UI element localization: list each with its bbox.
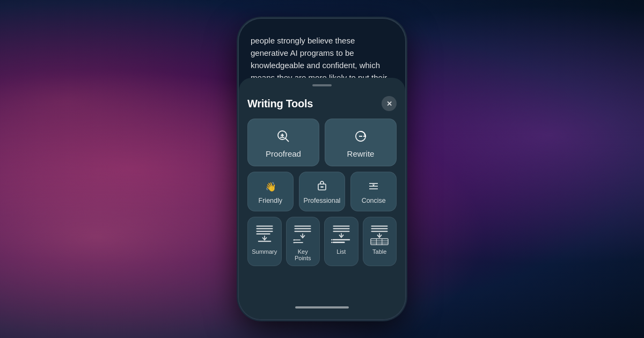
professional-icon xyxy=(316,180,328,193)
svg-text:👋: 👋 xyxy=(265,181,277,193)
background-text: people strongly believe these generative… xyxy=(251,34,393,84)
concise-icon xyxy=(367,180,380,193)
table-icon xyxy=(368,223,391,245)
tools-row-2: 👋 Friendly Professional xyxy=(247,172,397,211)
friendly-icon: 👋 xyxy=(264,180,277,193)
sheet-title: Writing Tools xyxy=(247,98,313,110)
svg-point-35 xyxy=(331,239,332,240)
proofread-button[interactable]: Proofread xyxy=(247,119,319,166)
rewrite-icon xyxy=(353,129,368,144)
home-indicator xyxy=(247,304,397,308)
summary-icon xyxy=(253,223,276,245)
list-button[interactable]: List xyxy=(324,217,358,266)
svg-rect-34 xyxy=(333,242,345,243)
concise-button[interactable]: Concise xyxy=(350,172,397,211)
list-label: List xyxy=(336,248,346,255)
key-points-icon xyxy=(291,223,314,245)
phone-wrapper: people strongly believe these generative… xyxy=(231,13,413,325)
tools-row-3: Summary xyxy=(247,217,397,266)
summary-label: Summary xyxy=(252,248,277,255)
proofread-icon xyxy=(276,129,291,144)
sheet-bottom xyxy=(247,271,397,308)
close-button[interactable]: ✕ xyxy=(382,96,397,111)
svg-point-36 xyxy=(331,242,332,243)
tools-row-1: Proofread Rewrite xyxy=(247,119,397,166)
writing-tools-sheet: Writing Tools ✕ xyxy=(239,78,405,319)
phone: people strongly believe these generative… xyxy=(239,19,405,319)
sheet-header: Writing Tools ✕ xyxy=(247,96,397,111)
svg-rect-33 xyxy=(333,239,350,240)
key-points-button[interactable]: Key Points xyxy=(286,217,320,266)
concise-label: Concise xyxy=(362,197,386,204)
svg-rect-41 xyxy=(371,239,388,245)
home-bar xyxy=(295,306,349,308)
friendly-button[interactable]: 👋 Friendly xyxy=(247,172,294,211)
list-icon xyxy=(330,223,353,245)
professional-label: Professional xyxy=(304,197,341,204)
svg-line-1 xyxy=(286,138,289,142)
rewrite-label: Rewrite xyxy=(347,149,375,158)
key-points-label: Key Points xyxy=(290,248,317,261)
svg-point-27 xyxy=(294,239,295,240)
rewrite-button[interactable]: Rewrite xyxy=(325,119,397,166)
sheet-handle xyxy=(312,84,332,86)
professional-button[interactable]: Professional xyxy=(299,172,346,211)
summary-button[interactable]: Summary xyxy=(247,217,282,266)
scene: people strongly believe these generative… xyxy=(0,0,644,338)
friendly-label: Friendly xyxy=(259,197,282,204)
table-button[interactable]: Table xyxy=(363,217,397,266)
svg-point-28 xyxy=(294,242,295,243)
close-icon: ✕ xyxy=(386,100,392,108)
proofread-label: Proofread xyxy=(266,149,301,158)
table-label: Table xyxy=(372,248,386,255)
